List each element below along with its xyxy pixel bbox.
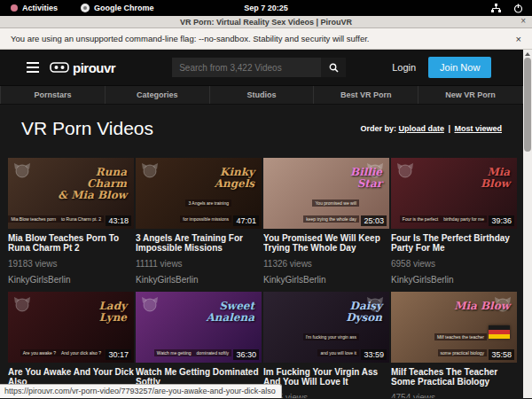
nav-item-pornstars[interactable]: Pornstars (0, 86, 106, 104)
thumbnail-overlay-text: BillieStar (350, 167, 382, 190)
studio-logo-icon (13, 162, 31, 178)
hamburger-menu-icon[interactable] (27, 59, 39, 75)
browser-tab-bar: VR Porn: Virtual Reality Sex Videos | Pi… (0, 16, 532, 28)
video-duration: 25:03 (361, 215, 387, 226)
video-studio[interactable]: KinkyGirlsBerlin (391, 275, 517, 285)
page-title: VR Porn Videos (21, 118, 153, 139)
video-views: 6958 views (391, 259, 517, 269)
warning-infobar: You are using an unsupported command-lin… (0, 28, 532, 50)
video-thumbnail[interactable]: MiaBlow Four is the perfectbirthday part… (391, 158, 517, 229)
system-top-bar: Activities Google Chrome Sep 7 20:25 (0, 0, 532, 16)
search-bar (172, 58, 346, 77)
video-views: 4754 views (391, 393, 517, 398)
warning-text: You are using an unsupported command-lin… (11, 34, 370, 43)
thumbnail-caption: Watch me gettingdominated softly (154, 342, 231, 358)
site-logo-text: pirouvr (73, 60, 115, 75)
video-title[interactable]: Mia Blow Teaches Porn To Runa Charm Pt 2 (8, 233, 134, 253)
status-url-bubble: https://pirouvr.com/vr-porn-video/779325… (0, 384, 282, 398)
video-studio[interactable]: KinkyGirlsBerlin (136, 275, 262, 285)
thumbnail-caption: Are you awake ?And your dick also ? (20, 342, 104, 358)
scrollbar-up-arrow-icon[interactable] (525, 52, 530, 56)
video-card: SweetAnalena Watch me gettingdominated s… (136, 292, 262, 398)
focused-app-label: Google Chrome (94, 4, 154, 12)
video-duration: 33:59 (361, 349, 387, 360)
video-views: 19183 views (8, 259, 134, 269)
video-studio[interactable]: KinkyGirlsBerlin (8, 275, 134, 285)
video-duration: 39:36 (489, 215, 514, 226)
nav-item-categories[interactable]: Categories (106, 86, 210, 104)
order-by-label: Order by: (360, 124, 396, 133)
video-title[interactable]: Milf Teaches The Teacher Some Practical … (391, 367, 517, 387)
thumbnail-caption: Mia Blow teaches pornto Runa Charm pt. 2 (8, 208, 104, 224)
chrome-app-icon (81, 4, 90, 12)
video-duration: 47:01 (233, 215, 259, 226)
nav-item-studios[interactable]: Studios (210, 86, 315, 104)
thumbnail-caption: I'm fucking your virgin assand you will … (263, 326, 359, 358)
video-views: 11326 views (263, 259, 389, 269)
thumbnail-caption: You promised we willkeep trying the whol… (263, 192, 359, 224)
video-card: DaisyDyson I'm fucking your virgin assan… (263, 292, 389, 398)
video-thumbnail[interactable]: SweetAnalena Watch me gettingdominated s… (136, 292, 262, 363)
vertical-scrollbar[interactable] (523, 50, 532, 398)
page-content: pirouvr Login Join Now PornstarsCategori… (0, 50, 523, 398)
video-thumbnail[interactable]: DaisyDyson I'm fucking your virgin assan… (263, 292, 389, 363)
browser-viewport: pirouvr Login Join Now PornstarsCategori… (0, 50, 532, 398)
video-thumbnail[interactable]: KinkyAngels 3 Angels are trainingfor imp… (136, 158, 262, 229)
video-card: MiaBlow Four is the perfectbirthday part… (391, 158, 517, 285)
video-views: 11111 views (136, 259, 262, 269)
main-nav: PornstarsCategoriesStudiosBest VR PornNe… (0, 85, 523, 105)
video-views: 9705 views (263, 393, 389, 398)
search-button[interactable] (321, 58, 346, 77)
order-by-most-viewed-link[interactable]: Most viewed (454, 124, 502, 133)
activities-label: Activities (22, 4, 58, 12)
join-now-button[interactable]: Join Now (428, 57, 491, 78)
studio-logo-icon (13, 296, 31, 312)
video-title[interactable]: 3 Angels Are Training For Impossible Mis… (136, 233, 262, 253)
video-thumbnail[interactable]: BillieStar You promised we willkeep tryi… (263, 158, 389, 229)
thumbnail-caption: 3 Angels are trainingfor impossible miss… (136, 192, 231, 224)
video-card: RunaCharm& Mia Blow Mia Blow teaches por… (8, 158, 134, 285)
studio-logo-icon (396, 162, 414, 178)
video-thumbnail[interactable]: Mia Blow Milf teaches the teachersome pr… (391, 292, 517, 363)
login-link[interactable]: Login (392, 62, 416, 73)
video-card: Mia Blow Milf teaches the teachersome pr… (391, 292, 517, 398)
thumbnail-overlay-text: SweetAnalena (206, 301, 254, 324)
activities-button[interactable]: Activities (11, 4, 58, 12)
power-icon[interactable] (513, 4, 523, 13)
video-duration: 43:18 (106, 215, 131, 226)
recording-indicator-icon (11, 4, 18, 12)
video-title[interactable]: You Promised We Will Keep Trying The Who… (263, 233, 389, 253)
warning-close-icon[interactable]: × (516, 34, 521, 44)
scrollbar-thumb[interactable] (524, 58, 531, 152)
thumbnail-overlay-text: KinkyAngels (215, 167, 254, 190)
search-icon (329, 63, 339, 73)
nav-item-new-vr-porn[interactable]: New VR Porn (419, 86, 523, 104)
video-card: KinkyAngels 3 Angels are trainingfor imp… (136, 158, 262, 285)
search-input[interactable] (172, 58, 321, 77)
network-icon[interactable] (491, 4, 501, 13)
site-header: pirouvr Login Join Now (0, 50, 523, 85)
video-grid: RunaCharm& Mia Blow Mia Blow teaches por… (8, 158, 517, 398)
video-title[interactable]: Im Fucking Your Virgin Ass And You Will … (263, 367, 389, 387)
video-duration: 35:58 (489, 349, 514, 360)
thumbnail-caption: Milf teaches the teachersome practical b… (391, 326, 487, 358)
video-thumbnail[interactable]: RunaCharm& Mia Blow Mia Blow teaches por… (8, 158, 134, 229)
order-by-separator: | (448, 124, 450, 133)
tab-title[interactable]: VR Porn: Virtual Reality Sex Videos | Pi… (180, 18, 352, 27)
thumbnail-overlay-text: DaisyDyson (346, 301, 382, 324)
order-by-upload-date-link[interactable]: Upload date (398, 124, 444, 133)
video-duration: 36:30 (233, 349, 259, 360)
video-thumbnail[interactable]: LadyLyne Are you awake ?And your dick al… (8, 292, 134, 363)
site-logo[interactable]: pirouvr (50, 60, 115, 75)
video-studio[interactable]: KinkyGirlsBerlin (263, 275, 389, 285)
studio-logo-icon (141, 162, 159, 178)
tab-close-icon[interactable]: × (520, 16, 526, 26)
video-card: BillieStar You promised we willkeep tryi… (263, 158, 389, 285)
nav-item-best-vr-porn[interactable]: Best VR Porn (314, 86, 419, 104)
video-title[interactable]: Four Is The Perfect Birthday Party For M… (391, 233, 517, 253)
video-duration: 30:17 (106, 349, 131, 360)
thumbnail-overlay-text: LadyLyne (98, 301, 127, 324)
screen: Activities Google Chrome Sep 7 20:25 VR … (0, 0, 532, 399)
focused-app-menu[interactable]: Google Chrome (81, 4, 154, 12)
clock[interactable]: Sep 7 20:25 (244, 4, 288, 12)
